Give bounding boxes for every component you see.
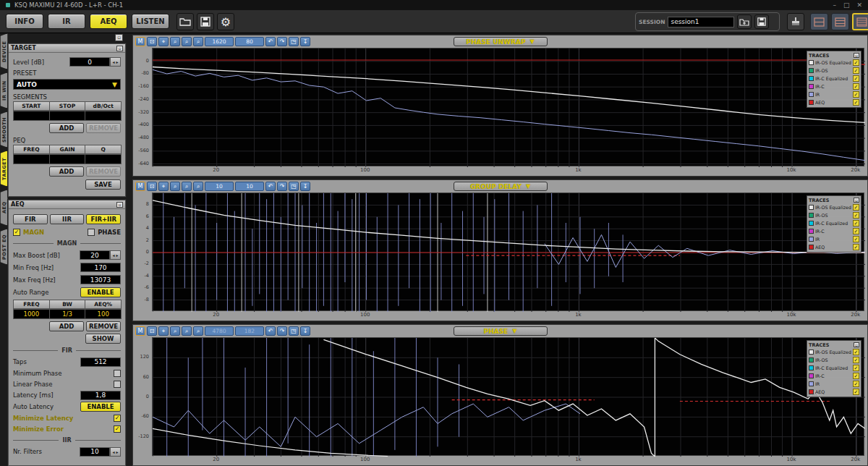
pan-icon[interactable]: ⌖ bbox=[158, 182, 169, 191]
plot-area[interactable]: TRACES▫IR-OS Equalized✓IR-OS✓IR-C Equali… bbox=[152, 48, 864, 166]
session-new-icon[interactable] bbox=[737, 14, 752, 29]
peq-q-input[interactable] bbox=[85, 154, 122, 164]
undo-icon[interactable]: ↶ bbox=[265, 37, 276, 46]
max-boost-input[interactable]: 20 bbox=[80, 250, 110, 260]
zoom-out-icon[interactable]: ⌕ bbox=[182, 37, 192, 46]
sidebar-tab-ir-win[interactable]: IR WIN bbox=[0, 72, 8, 109]
minimize-latency-checkbox[interactable]: ✓ bbox=[114, 415, 121, 422]
trace-visibility-checkbox[interactable]: ✓ bbox=[853, 228, 859, 234]
session-input[interactable] bbox=[668, 17, 734, 27]
trace-visibility-checkbox[interactable]: ✓ bbox=[853, 83, 859, 90]
zoom-box-icon[interactable]: ⌕ bbox=[193, 37, 203, 46]
plot-area[interactable]: TRACES▫IR-OS Equalized✓IR-OS✓IR-C Equali… bbox=[152, 337, 864, 456]
restore-icon[interactable]: □ bbox=[843, 1, 850, 9]
range-value-2[interactable]: 80 bbox=[235, 37, 264, 46]
trace-visibility-checkbox[interactable]: ✓ bbox=[853, 236, 859, 242]
zoom-in-icon[interactable]: ⌕ bbox=[170, 326, 180, 336]
zoom-box-icon[interactable]: ⌕ bbox=[193, 326, 203, 336]
aeq-freq-input[interactable]: 1000 bbox=[13, 309, 50, 319]
nr-filters-input[interactable]: 10 bbox=[80, 447, 110, 457]
segments-start-input[interactable] bbox=[13, 111, 50, 121]
chart-title-phase-unwrap[interactable]: PHASE UNWRAP▼ bbox=[454, 37, 548, 46]
mode-fir-button[interactable]: FIR bbox=[13, 214, 48, 224]
trace-visibility-checkbox[interactable]: ✓ bbox=[853, 67, 859, 74]
layout-single-icon[interactable] bbox=[810, 13, 828, 30]
auto-latency-enable-button[interactable]: ENABLE bbox=[80, 402, 121, 412]
trace-visibility-checkbox[interactable]: ✓ bbox=[853, 373, 859, 379]
aeq-add-button[interactable]: ADD bbox=[49, 321, 84, 331]
nr-filters-stepper[interactable]: ◂ ▸ bbox=[110, 447, 121, 457]
tab-ir[interactable]: IR bbox=[48, 14, 85, 29]
preset-dropdown[interactable]: AUTO ▼ bbox=[13, 79, 121, 90]
aeq-aeqpct-input[interactable]: 100 bbox=[85, 309, 122, 319]
zoom-out-icon[interactable]: ⌕ bbox=[182, 326, 192, 336]
target-save-button[interactable]: SAVE bbox=[85, 179, 121, 190]
auto-range-enable-button[interactable]: ENABLE bbox=[80, 287, 121, 297]
close-icon[interactable]: ✕ bbox=[856, 1, 862, 9]
fullscreen-icon[interactable]: ◳ bbox=[289, 326, 299, 336]
tab-info[interactable]: INFO bbox=[6, 14, 43, 29]
range-value-1[interactable]: 10 bbox=[205, 182, 234, 191]
aeq-bw-input[interactable]: 1/3 bbox=[49, 309, 86, 319]
aeq-remove-button[interactable]: REMOVE bbox=[86, 321, 121, 331]
aeq-collapse-icon[interactable]: ▫ bbox=[116, 202, 123, 208]
save-icon[interactable] bbox=[197, 13, 214, 30]
range-value-1[interactable]: 4780 bbox=[205, 326, 234, 336]
trace-visibility-checkbox[interactable]: ✓ bbox=[853, 220, 859, 226]
marker-tool-icon[interactable]: M bbox=[135, 37, 145, 46]
target-collapse-icon[interactable]: ▫ bbox=[116, 46, 123, 51]
redo-icon[interactable]: ↷ bbox=[277, 37, 287, 46]
trace-visibility-checkbox[interactable]: ✓ bbox=[853, 365, 859, 371]
segments-dboct-input[interactable] bbox=[85, 111, 122, 121]
phase-checkbox[interactable] bbox=[88, 229, 95, 236]
window-icon[interactable]: ⊡ bbox=[147, 182, 157, 191]
segments-add-button[interactable]: ADD bbox=[49, 123, 84, 133]
latency-input[interactable]: 1,8 bbox=[80, 391, 121, 400]
trace-visibility-checkbox[interactable]: ✓ bbox=[853, 389, 859, 395]
magn-checkbox[interactable]: ✓ bbox=[13, 229, 20, 236]
legend-collapse-icon[interactable]: ▫ bbox=[854, 53, 859, 58]
pan-icon[interactable]: ⌖ bbox=[158, 326, 169, 336]
settings-gear-icon[interactable]: ⚙ bbox=[217, 13, 234, 30]
trace-visibility-checkbox[interactable]: ✓ bbox=[853, 349, 859, 355]
marker-tool-icon[interactable]: M bbox=[135, 326, 145, 336]
trace-visibility-checkbox[interactable]: ✓ bbox=[853, 381, 859, 387]
range-value-2[interactable]: 182 bbox=[235, 326, 264, 336]
legend-collapse-icon[interactable]: ▫ bbox=[854, 342, 859, 347]
mode-fir-iir-button[interactable]: FIR+IIR bbox=[86, 214, 121, 224]
export-icon[interactable]: ↧ bbox=[300, 182, 310, 191]
session-save-icon[interactable] bbox=[754, 14, 769, 29]
minimize-icon[interactable]: – bbox=[833, 1, 836, 9]
sidebar-tab-aeq[interactable]: AEQ bbox=[0, 190, 8, 226]
peq-freq-input[interactable] bbox=[13, 154, 50, 164]
taps-input[interactable]: 512 bbox=[80, 357, 121, 367]
tab-aeq[interactable]: AEQ bbox=[90, 14, 127, 29]
trace-visibility-checkbox[interactable]: ✓ bbox=[853, 244, 859, 250]
sidebar-tab-device[interactable]: DEVICE bbox=[0, 33, 8, 69]
max-freq-input[interactable]: 13073 bbox=[80, 275, 121, 284]
clear-brush-icon[interactable] bbox=[787, 13, 804, 30]
sidebar-tab-smooth[interactable]: SMOOTH bbox=[0, 111, 8, 148]
trace-visibility-checkbox[interactable]: ✓ bbox=[853, 212, 859, 219]
level-stepper[interactable]: ◂ ▸ bbox=[110, 57, 121, 67]
export-icon[interactable]: ↧ bbox=[300, 326, 310, 336]
level-input[interactable]: 0 bbox=[69, 57, 110, 67]
min-freq-input[interactable]: 170 bbox=[80, 263, 121, 272]
redo-icon[interactable]: ↷ bbox=[277, 326, 287, 336]
layout-dual-icon[interactable] bbox=[831, 13, 849, 30]
redo-icon[interactable]: ↷ bbox=[277, 182, 287, 191]
legend-collapse-icon[interactable]: ▫ bbox=[854, 198, 859, 203]
chart-title-phase[interactable]: PHASE▼ bbox=[454, 326, 548, 336]
window-icon[interactable]: ⊡ bbox=[147, 37, 157, 46]
peq-add-button[interactable]: ADD bbox=[49, 166, 84, 177]
zoom-out-icon[interactable]: ⌕ bbox=[182, 182, 192, 191]
window-icon[interactable]: ⊡ bbox=[147, 326, 157, 336]
chart-title-group-delay[interactable]: GROUP DELAY▼ bbox=[454, 182, 548, 191]
trace-visibility-checkbox[interactable]: ✓ bbox=[853, 91, 859, 98]
plot-area[interactable]: TRACES▫IR-OS Equalized✓IR-OS✓IR-C Equali… bbox=[152, 192, 864, 311]
fullscreen-icon[interactable]: ◳ bbox=[289, 37, 299, 46]
fullscreen-icon[interactable]: ◳ bbox=[289, 182, 299, 191]
zoom-in-icon[interactable]: ⌕ bbox=[170, 37, 180, 46]
undo-icon[interactable]: ↶ bbox=[265, 326, 276, 336]
range-value-2[interactable]: 10 bbox=[235, 182, 264, 191]
